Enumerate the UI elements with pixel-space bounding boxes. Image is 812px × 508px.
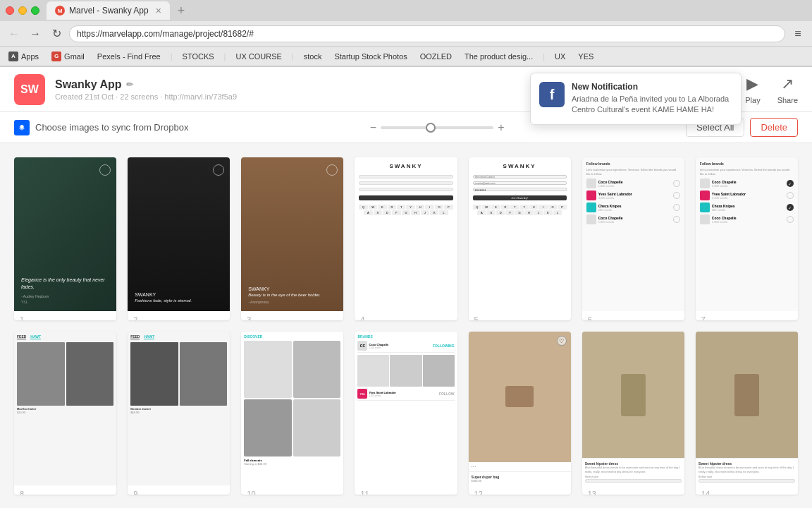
bookmarks-bar: A Apps G Gmail Pexels - Find Free | STOC… [0,47,812,66]
dropbox-icon [14,120,30,135]
screen-info-9: 9 751X1334 [128,485,230,495]
notification-popup: f New Notification Ariadna de la Peña in… [530,73,742,125]
screen-grid: Elegance is the only beauty that never f… [0,143,812,508]
close-button[interactable] [6,6,14,15]
dropbox-label: Choose images to sync from Dropbox [35,122,188,133]
screen-info-2: 2 Swanky_intr... 750X1334 [128,311,230,320]
active-tab[interactable]: M Marvel - Swanky App × [47,1,170,20]
screen-info-4: 4 Swanky_sign... 751X1334 [355,311,457,320]
app-title-block: Swanky App ✏ Created 21st Oct · 22 scree… [55,78,597,101]
share-icon: ↗ [781,75,794,93]
screen-card-6[interactable]: Follow brands Let's customise your exper… [582,157,684,320]
zoom-thumb[interactable] [426,123,436,133]
app-title: Swanky App ✏ [55,78,597,91]
back-button[interactable]: ← [6,25,23,42]
bookmark-ux-course[interactable]: UX COURSE [233,51,284,62]
screen-card-8[interactable]: FEED HAWT Mad hat hatter $24.99 8 751X13… [14,332,116,495]
app-subtitle: Created 21st Oct · 22 screens · http://m… [55,92,597,101]
tab-label: Marvel - Swanky App [69,6,149,16]
screen-info-6: 6 Swanky_onb... 751X2425 [582,311,684,320]
edit-title-icon[interactable]: ✏ [126,80,133,90]
address-bar[interactable]: https://marvelapp.com/manage/project/816… [69,25,785,42]
screen-info-3: 3 Swanky_intr... 750X1334 [241,311,343,320]
minimize-button[interactable] [18,6,27,15]
screen-card-9[interactable]: FEED HAWT Bomber Jacket $48.99 9 751X133… [128,332,230,495]
screen-card-1[interactable]: Elegance is the only beauty that never f… [14,157,116,320]
menu-button[interactable]: ≡ [789,25,806,42]
screen-info-11: 11 751X1334 [355,485,457,495]
screen-card-4[interactable]: SWANKY Q W E R T Y U I O [355,157,457,320]
bookmark-stocks[interactable]: STOCKS [180,51,217,62]
notification-body: Ariadna de la Peña invited you to La Alb… [572,94,732,116]
play-icon: ▶ [746,75,758,93]
screen-card-11[interactable]: BRANDS CC Coco Chapelle 1,200 smells FOL… [355,332,457,495]
app-header: SW Swanky App ✏ Created 21st Oct · 22 sc… [0,67,812,112]
tab-close-button[interactable]: × [156,5,161,16]
screen-card-12[interactable]: ♡ • • • Super duper bag $368.99 12 75 [469,332,571,495]
bookmark-oozled[interactable]: OOZLED [417,51,455,62]
screen-info-12: 12 751X1334 [469,485,571,495]
share-button[interactable]: ↗ Share [777,75,798,104]
notification-facebook-icon: f [539,82,565,107]
bookmark-ux[interactable]: UX [552,51,568,62]
tab-favicon: M [55,6,65,16]
bookmark-stock[interactable]: stock [301,51,325,62]
bookmark-pexels[interactable]: Pexels - Find Free [94,51,164,62]
dropbox-sync-button[interactable]: Choose images to sync from Dropbox [14,120,188,135]
screen-info-8: 8 751X1334 [14,485,116,495]
notification-content: New Notification Ariadna de la Peña invi… [572,82,732,116]
bookmark-apps[interactable]: A Apps [6,50,42,63]
bookmark-startup[interactable]: Startup Stock Photos [331,51,410,62]
forward-button[interactable]: → [27,25,44,42]
app-logo: SW [14,74,45,105]
zoom-out-button[interactable]: − [370,121,376,134]
screen-info-5: 5 Swanky_sign... 751X1334 [469,311,571,320]
screen-info-10: 10 751X1334 [241,485,343,495]
maximize-button[interactable] [31,6,39,15]
screen-card-13[interactable]: Sweet hipster dress Blue beautiful dress… [582,332,684,495]
play-button[interactable]: ▶ Play [745,75,760,104]
screen-card-3[interactable]: SWANKY Beauty is in the eye of the beer … [241,157,343,320]
delete-button[interactable]: Delete [750,118,798,137]
screen-card-2[interactable]: SWANKY Fashions fade, style is eternal. … [128,157,230,320]
zoom-in-button[interactable]: + [498,121,504,134]
screen-card-14[interactable]: Sweet hipster dress Blue beautiful dress… [696,332,798,495]
zoom-track[interactable] [381,126,493,129]
bookmark-yes[interactable]: YES [575,51,596,62]
bookmark-gmail[interactable]: G Gmail [49,50,87,63]
bookmark-product[interactable]: The product desig... [462,51,536,62]
notification-title: New Notification [572,82,732,92]
screen-card-7[interactable]: Follow brands Let's customise your exper… [696,157,798,320]
screen-info-1: 1 Swanky_intro... 750X1334 [14,311,116,320]
new-tab-button[interactable]: + [173,2,190,19]
screen-info-13: 13 751X1334 [582,485,684,495]
screen-card-10[interactable]: DISCOVER Fall elements Starting at $48.9… [241,332,343,495]
screen-info-14: 14 751X1334 [696,485,798,495]
refresh-button[interactable]: ↻ [48,25,65,42]
screen-info-7: 7 Swanky_onb... 751X2425 [696,311,798,320]
screen-card-5[interactable]: SWANKY Veronica Castro veronica@castro.c… [469,157,571,320]
